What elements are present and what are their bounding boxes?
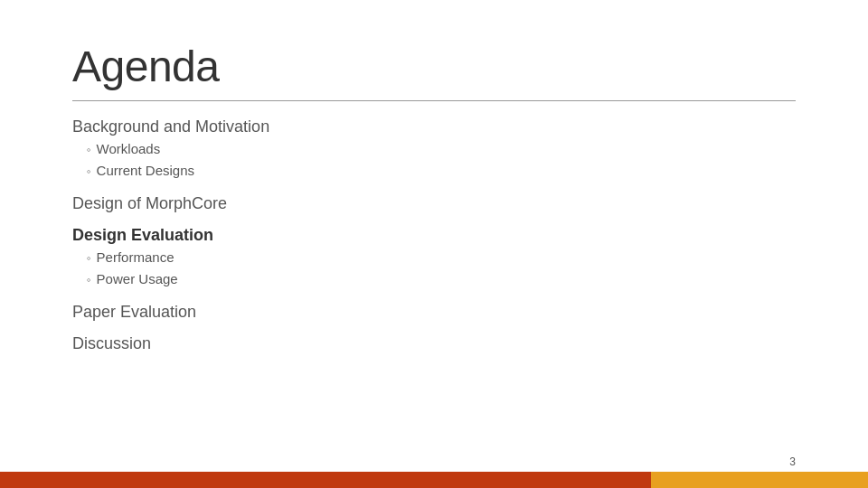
section-discussion: Discussion — [72, 334, 796, 353]
title-divider — [72, 100, 796, 101]
bar-segment-orange — [0, 472, 651, 488]
section-background-subitems: Workloads Current Designs — [72, 138, 796, 182]
slide-title: Agenda — [72, 43, 796, 91]
bottom-bar — [0, 472, 868, 488]
content-area: Agenda Background and Motivation Workloa… — [0, 0, 868, 472]
section-design-evaluation-subitems: Performance Power Usage — [72, 247, 796, 290]
list-item: Current Designs — [87, 160, 796, 182]
slide-container: Agenda Background and Motivation Workloa… — [0, 0, 868, 488]
section-morphcore-title: Design of MorphCore — [72, 194, 796, 213]
list-item: Power Usage — [87, 268, 796, 290]
section-background-title: Background and Motivation — [72, 117, 796, 136]
section-design-evaluation: Design Evaluation Performance Power Usag… — [72, 226, 796, 290]
section-paper-evaluation-title: Paper Evaluation — [72, 303, 796, 322]
list-item: Performance — [87, 247, 796, 268]
section-background: Background and Motivation Workloads Curr… — [72, 117, 796, 182]
section-morphcore: Design of MorphCore — [72, 194, 796, 213]
section-paper-evaluation: Paper Evaluation — [72, 303, 796, 322]
bar-segment-yellow — [651, 472, 868, 488]
section-discussion-title: Discussion — [72, 334, 796, 353]
section-design-evaluation-title: Design Evaluation — [72, 226, 796, 245]
page-number: 3 — [789, 455, 796, 468]
list-item: Workloads — [87, 138, 796, 160]
